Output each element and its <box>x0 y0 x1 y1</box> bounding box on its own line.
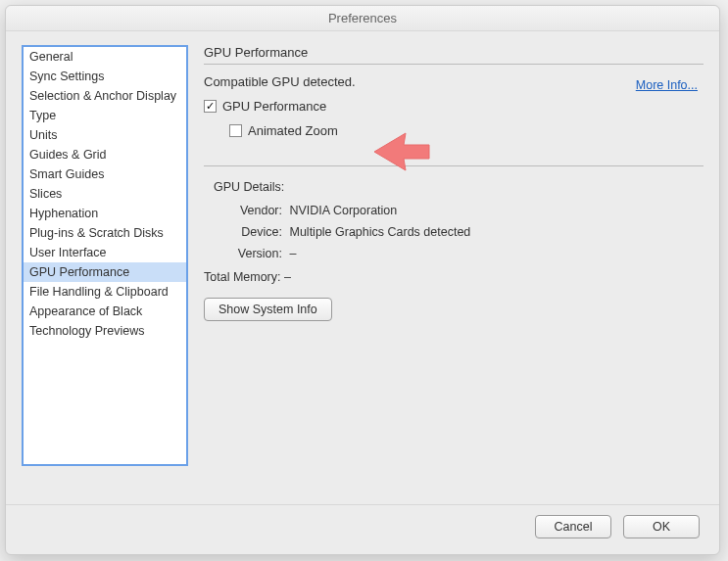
compat-status-row: Compatible GPU detected. <box>204 74 704 89</box>
sidebar-item-label: User Interface <box>29 246 107 259</box>
sidebar-item-user-interface[interactable]: User Interface <box>24 243 186 262</box>
sidebar-item-plug-ins-scratch-disks[interactable]: Plug-ins & Scratch Disks <box>24 223 186 243</box>
version-label: Version: <box>223 247 282 260</box>
main-panel: GPU Performance Compatible GPU detected.… <box>204 45 704 496</box>
device-row: Device: Multiple Graphics Cards detected <box>223 225 704 239</box>
animated-zoom-checkbox-row[interactable]: Animated Zoom <box>229 123 704 138</box>
sidebar-item-sync-settings[interactable]: Sync Settings <box>24 67 186 86</box>
window-title: Preferences <box>328 11 397 25</box>
dialog-footer: Cancel OK <box>6 504 719 554</box>
more-info-link[interactable]: More Info... <box>636 78 698 92</box>
version-value: – <box>289 247 296 260</box>
vendor-label: Vendor: <box>223 204 282 217</box>
sidebar-item-label: Selection & Anchor Display <box>29 89 176 103</box>
sidebar-item-label: Technology Previews <box>29 324 144 338</box>
sidebar-item-units[interactable]: Units <box>24 125 186 145</box>
gpu-performance-label: GPU Performance <box>222 99 326 114</box>
sidebar-item-type[interactable]: Type <box>24 106 186 125</box>
sidebar-item-label: General <box>29 50 73 64</box>
sidebar-item-label: Units <box>29 128 57 142</box>
show-system-info-button[interactable]: Show System Info <box>204 298 332 321</box>
sidebar-item-label: File Handling & Clipboard <box>29 285 169 299</box>
total-memory-value: – <box>284 270 291 284</box>
sidebar-item-label: Slices <box>29 187 62 201</box>
title-bar: Preferences <box>6 6 719 31</box>
vendor-row: Vendor: NVIDIA Corporation <box>223 204 704 217</box>
divider <box>204 165 704 166</box>
device-value: Multiple Graphics Cards detected <box>289 225 470 239</box>
sidebar-item-technology-previews[interactable]: Technology Previews <box>24 321 186 341</box>
total-memory-row: Total Memory: – <box>204 270 704 284</box>
sidebar-item-selection-anchor-display[interactable]: Selection & Anchor Display <box>24 86 186 106</box>
gpu-performance-checkbox-row[interactable]: GPU Performance <box>204 99 704 114</box>
version-row: Version: – <box>223 247 704 260</box>
category-sidebar: GeneralSync SettingsSelection & Anchor D… <box>22 45 188 466</box>
gpu-details: GPU Details: Vendor: NVIDIA Corporation … <box>204 180 704 321</box>
section-title: GPU Performance <box>204 45 704 65</box>
sidebar-item-file-handling-clipboard[interactable]: File Handling & Clipboard <box>24 282 186 302</box>
sidebar-item-label: Appearance of Black <box>29 304 142 318</box>
preferences-window: Preferences GeneralSync SettingsSelectio… <box>5 5 720 555</box>
sidebar-item-general[interactable]: General <box>24 47 186 67</box>
sidebar-item-slices[interactable]: Slices <box>24 184 186 204</box>
sidebar-item-smart-guides[interactable]: Smart Guides <box>24 164 186 184</box>
vendor-value: NVIDIA Corporation <box>289 204 397 217</box>
device-label: Device: <box>223 225 282 239</box>
gpu-performance-checkbox[interactable] <box>204 100 217 113</box>
content-area: GeneralSync SettingsSelection & Anchor D… <box>6 31 719 504</box>
sidebar-item-guides-grid[interactable]: Guides & Grid <box>24 145 186 164</box>
gpu-details-title: GPU Details: <box>214 180 704 194</box>
animated-zoom-checkbox[interactable] <box>229 124 242 137</box>
animated-zoom-label: Animated Zoom <box>248 123 338 138</box>
ok-button[interactable]: OK <box>623 515 700 538</box>
sidebar-item-label: Sync Settings <box>29 70 104 83</box>
cancel-button[interactable]: Cancel <box>535 515 611 538</box>
sidebar-item-label: Guides & Grid <box>29 148 107 162</box>
sidebar-item-appearance-of-black[interactable]: Appearance of Black <box>24 302 186 321</box>
sidebar-item-gpu-performance[interactable]: GPU Performance <box>24 262 186 282</box>
total-memory-label: Total Memory: <box>204 270 281 284</box>
sidebar-item-label: Hyphenation <box>29 207 98 220</box>
sidebar-item-label: GPU Performance <box>29 265 129 279</box>
compat-status-text: Compatible GPU detected. <box>204 74 356 89</box>
sidebar-item-label: Plug-ins & Scratch Disks <box>29 226 164 240</box>
sidebar-item-hyphenation[interactable]: Hyphenation <box>24 204 186 223</box>
sidebar-item-label: Smart Guides <box>29 167 104 181</box>
sidebar-item-label: Type <box>29 109 56 122</box>
